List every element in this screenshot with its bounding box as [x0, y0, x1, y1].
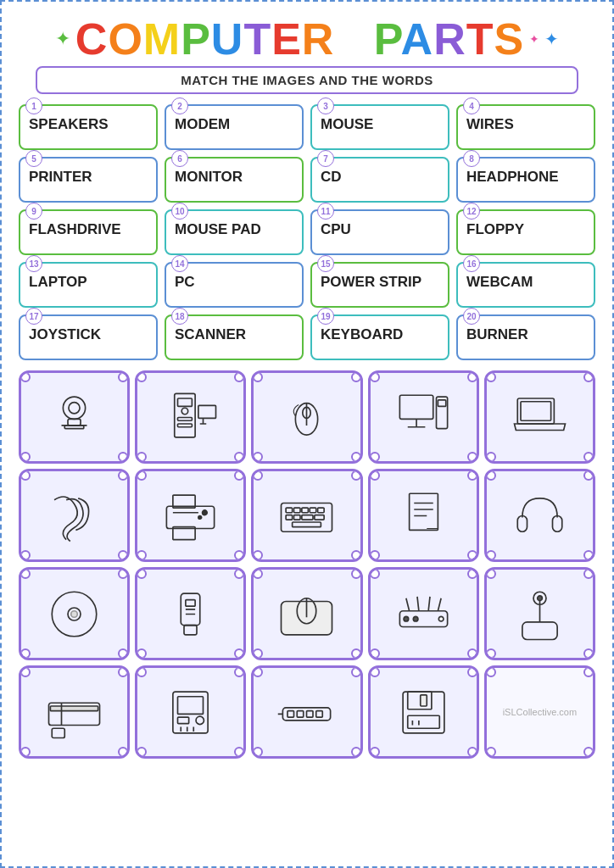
- svg-rect-37: [302, 515, 313, 520]
- cell-number: 14: [171, 255, 188, 272]
- image-cell-modem: [368, 567, 479, 660]
- cell-number: 6: [171, 150, 188, 167]
- image-cell-wires: [19, 469, 130, 562]
- watermark-label: iSLCollective.com: [503, 707, 577, 717]
- word-cell-mouse-pad: 10 MOUSE PAD: [165, 209, 304, 255]
- svg-rect-82: [298, 710, 304, 717]
- svg-rect-51: [186, 599, 195, 606]
- instruction-box: MATCH THE IMAGES AND THE WORDS: [36, 66, 578, 94]
- image-cell-webcam: [19, 370, 130, 464]
- image-cell-floppy: [368, 665, 479, 759]
- svg-rect-30: [287, 508, 293, 513]
- svg-rect-36: [294, 515, 301, 520]
- svg-rect-65: [522, 621, 557, 639]
- cell-number: 3: [317, 97, 334, 114]
- svg-point-27: [203, 509, 208, 515]
- svg-rect-10: [198, 405, 216, 418]
- svg-rect-38: [315, 515, 324, 520]
- svg-point-64: [438, 616, 444, 621]
- image-cell-cpu: [135, 665, 246, 759]
- svg-rect-31: [294, 508, 301, 513]
- cell-label: JOYSTICK: [25, 320, 151, 343]
- svg-rect-44: [517, 515, 527, 531]
- instruction-text: MATCH THE IMAGES AND THE WORDS: [181, 73, 433, 87]
- image-grid: iSLCollective.com: [10, 370, 604, 765]
- word-cell-joystick: 17 JOYSTICK: [19, 314, 158, 360]
- cell-number: 4: [463, 97, 480, 114]
- svg-rect-33: [310, 508, 317, 513]
- image-cell-printer: [135, 469, 246, 562]
- cell-number: 16: [463, 255, 480, 272]
- word-cell-power-strip: 15 POWER STRIP: [310, 262, 449, 308]
- svg-point-68: [538, 595, 543, 600]
- image-cell-powerstrip: [251, 665, 362, 759]
- image-cell-mouse: [251, 370, 362, 464]
- svg-point-48: [71, 610, 78, 617]
- cell-label: WEBCAM: [463, 267, 589, 291]
- cell-number: 17: [25, 308, 42, 325]
- svg-line-58: [406, 598, 410, 610]
- word-cell-mouse: 3 MOUSE: [310, 104, 449, 150]
- svg-point-76: [196, 716, 204, 724]
- page-title: COMPUTER PARTS: [75, 17, 524, 61]
- cell-label: WIRES: [463, 109, 589, 133]
- image-cell-scanner: [19, 665, 130, 759]
- word-grid: 1 SPEAKERS 2 MODEM 3 MOUSE 4 WIRES 5 PRI…: [10, 104, 604, 360]
- svg-line-59: [417, 596, 419, 610]
- image-cell-joystick: [484, 567, 595, 660]
- cell-label: PRINTER: [25, 162, 151, 186]
- cell-label: MOUSE PAD: [171, 214, 297, 238]
- word-cell-monitor: 6 MONITOR: [165, 157, 304, 203]
- word-cell-pc: 14 PC: [165, 262, 304, 308]
- svg-rect-35: [287, 515, 293, 520]
- svg-line-60: [428, 596, 430, 610]
- image-cell-empty: iSLCollective.com: [484, 665, 595, 759]
- cell-label: FLOPPY: [463, 214, 589, 238]
- word-cell-cd: 7 CD: [310, 157, 449, 203]
- word-cell-flashdrive: 9 FLASHDRIVE: [19, 209, 158, 255]
- cell-number: 18: [171, 308, 188, 325]
- cell-label: SCANNER: [171, 320, 297, 343]
- cell-number: 10: [171, 203, 188, 220]
- svg-point-0: [63, 397, 85, 419]
- star-icon-left: ✦: [55, 30, 70, 48]
- svg-rect-74: [178, 696, 204, 714]
- word-cell-printer: 5 PRINTER: [19, 157, 158, 203]
- word-cell-wires: 4 WIRES: [456, 104, 595, 150]
- svg-rect-8: [178, 417, 193, 420]
- cell-label: CD: [317, 162, 443, 186]
- image-cell-headphones: [484, 469, 595, 562]
- svg-rect-83: [307, 710, 314, 717]
- cell-number: 9: [25, 203, 42, 220]
- word-cell-scanner: 18 SCANNER: [165, 314, 304, 360]
- cell-number: 2: [171, 97, 188, 114]
- svg-rect-20: [438, 399, 445, 406]
- svg-rect-9: [178, 424, 193, 427]
- svg-rect-4: [64, 425, 84, 428]
- word-cell-laptop: 13 LAPTOP: [19, 262, 158, 308]
- word-cell-cpu: 11 CPU: [310, 209, 449, 255]
- image-cell-laptop: [484, 370, 595, 464]
- svg-rect-75: [178, 717, 189, 724]
- image-cell-paper: [368, 469, 479, 562]
- cell-label: FLASHDRIVE: [25, 214, 151, 238]
- cell-label: BURNER: [463, 320, 589, 343]
- word-cell-speakers: 1 SPEAKERS: [19, 104, 158, 150]
- cell-number: 15: [317, 255, 334, 272]
- svg-rect-22: [521, 401, 551, 420]
- svg-rect-34: [318, 508, 325, 513]
- svg-rect-16: [399, 395, 433, 419]
- image-cell-tower: [135, 370, 246, 464]
- title-area: ✦ COMPUTER PARTS ✦ ✦: [10, 10, 604, 66]
- word-cell-modem: 2 MODEM: [165, 104, 304, 150]
- word-cell-burner: 20 BURNER: [456, 314, 595, 360]
- star-icon-right1: ✦: [529, 33, 539, 45]
- cell-label: HEADPHONE: [463, 162, 589, 186]
- cell-label: CPU: [317, 214, 443, 238]
- image-cell-monitor: [368, 370, 479, 464]
- word-cell-keyboard: 19 KEYBOARD: [310, 314, 449, 360]
- cell-label: LAPTOP: [25, 267, 151, 291]
- svg-point-7: [181, 408, 188, 415]
- cell-label: POWER STRIP: [317, 267, 443, 291]
- svg-point-63: [413, 616, 418, 621]
